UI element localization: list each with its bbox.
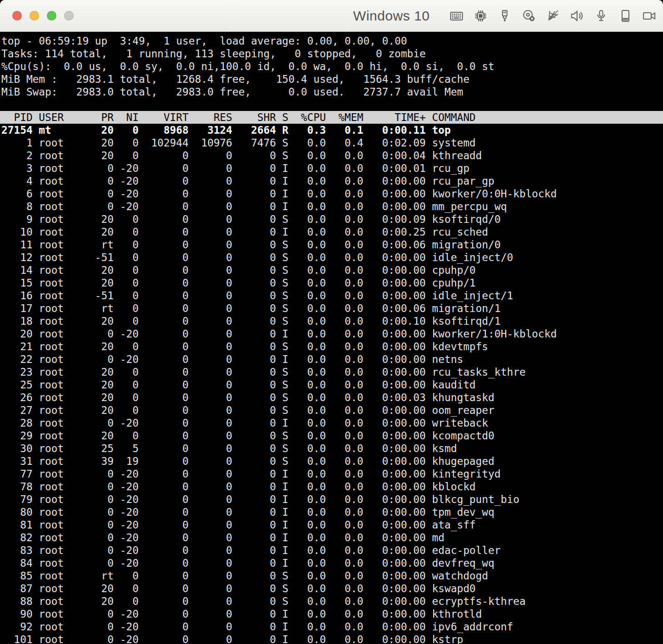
blank-line: [1, 98, 663, 111]
microphone-icon[interactable]: [594, 9, 608, 23]
process-row: 25 root 20 0 0 0 0 S 0.0 0.0 0:00.00 kau…: [1, 378, 663, 391]
process-row: 29 root 20 0 0 0 0 S 0.0 0.0 0:00.00 kco…: [1, 429, 663, 442]
window-title: Windows 10: [353, 8, 430, 24]
top-summary-line: MiB Swap: 2983.0 total, 2983.0 free, 0.0…: [1, 86, 663, 98]
volume-icon[interactable]: [570, 9, 584, 23]
process-row: 11 root rt 0 0 0 0 S 0.0 0.0 0:00.06 mig…: [1, 238, 663, 251]
minimize-button[interactable]: [30, 11, 39, 20]
top-summary-line: %Cpu(s): 0.0 us, 0.0 sy, 0.0 ni,100.0 id…: [1, 60, 663, 73]
process-row: 31 root 39 19 0 0 0 S 0.0 0.0 0:00.00 kh…: [1, 455, 663, 468]
top-summary-line: MiB Mem : 2983.1 total, 1268.4 free, 150…: [1, 73, 663, 86]
process-row: 82 root 0 -20 0 0 0 I 0.0 0.0 0:00.00 md: [1, 531, 663, 544]
process-row: 27154 mt 20 0 8968 3124 2664 R 0.3 0.1 0…: [1, 124, 663, 136]
window-titlebar[interactable]: Windows 10: [0, 0, 663, 32]
process-row: 22 root 0 -20 0 0 0 I 0.0 0.0 0:00.00 ne…: [1, 353, 663, 366]
process-row: 3 root 0 -20 0 0 0 I 0.0 0.0 0:00.01 rcu…: [1, 162, 663, 175]
process-row: 30 root 25 5 0 0 0 S 0.0 0.0 0:00.00 ksm…: [1, 442, 663, 455]
optical-disc-icon[interactable]: [522, 9, 536, 23]
process-row: 88 root 20 0 0 0 0 S 0.0 0.0 0:00.00 ecr…: [1, 595, 663, 608]
process-row: 87 root 20 0 0 0 0 S 0.0 0.0 0:00.00 ksw…: [1, 582, 663, 595]
process-row: 16 root -51 0 0 0 0 S 0.0 0.0 0:00.00 id…: [1, 289, 663, 302]
process-row: 4 root 0 -20 0 0 0 I 0.0 0.0 0:00.00 rcu…: [1, 175, 663, 187]
process-row: 26 root 20 0 0 0 0 S 0.0 0.0 0:00.03 khu…: [1, 391, 663, 404]
process-row: 85 root rt 0 0 0 0 S 0.0 0.0 0:00.00 wat…: [1, 569, 663, 582]
top-summary-line: Tasks: 114 total, 1 running, 113 sleepin…: [1, 47, 663, 60]
process-row: 81 root 0 -20 0 0 0 I 0.0 0.0 0:00.00 at…: [1, 518, 663, 531]
usb-icon[interactable]: [497, 9, 512, 23]
process-row: 17 root rt 0 0 0 0 S 0.0 0.0 0:00.06 mig…: [1, 302, 663, 315]
process-row: 8 root 0 -20 0 0 0 I 0.0 0.0 0:00.00 mm_…: [1, 200, 663, 213]
top-summary-line: top - 06:59:19 up 3:49, 1 user, load ave…: [1, 35, 663, 47]
window-options-button[interactable]: [64, 11, 74, 20]
network-icon[interactable]: [546, 9, 560, 23]
process-row: 14 root 20 0 0 0 0 S 0.0 0.0 0:00.00 cpu…: [1, 264, 663, 277]
process-row: 79 root 0 -20 0 0 0 I 0.0 0.0 0:00.00 bl…: [1, 493, 663, 506]
traffic-lights: [12, 11, 74, 20]
process-row: 101 root 0 -20 0 0 0 I 0.0 0.0 0:00.00 k…: [1, 633, 663, 644]
terminal-screen[interactable]: top - 06:59:19 up 3:49, 1 user, load ave…: [0, 32, 663, 644]
process-row: 2 root 20 0 0 0 0 S 0.0 0.0 0:00.04 kthr…: [1, 149, 663, 162]
process-row: 20 root 0 -20 0 0 0 I 0.0 0.0 0:00.00 kw…: [1, 327, 663, 340]
process-row: 23 root 20 0 0 0 0 S 0.0 0.0 0:00.00 rcu…: [1, 366, 663, 378]
process-table-header: PID USER PR NI VIRT RES SHR S %CPU %MEM …: [0, 111, 663, 124]
process-row: 92 root 0 -20 0 0 0 I 0.0 0.0 0:00.00 ip…: [1, 620, 663, 633]
process-row: 9 root 20 0 0 0 0 S 0.0 0.0 0:00.09 ksof…: [1, 213, 663, 226]
status-icons: [449, 9, 657, 23]
zoom-button[interactable]: [47, 11, 56, 20]
process-row: 6 root 0 -20 0 0 0 I 0.0 0.0 0:00.00 kwo…: [1, 187, 663, 200]
process-row: 28 root 0 -20 0 0 0 I 0.0 0.0 0:00.00 wr…: [1, 417, 663, 429]
process-row: 21 root 20 0 0 0 0 S 0.0 0.0 0:00.00 kde…: [1, 340, 663, 353]
process-row: 1 root 20 0 102944 10976 7476 S 0.0 0.4 …: [1, 136, 663, 149]
process-row: 83 root 0 -20 0 0 0 I 0.0 0.0 0:00.00 ed…: [1, 544, 663, 557]
process-row: 84 root 0 -20 0 0 0 I 0.0 0.0 0:00.00 de…: [1, 557, 663, 569]
process-row: 78 root 0 -20 0 0 0 I 0.0 0.0 0:00.00 kb…: [1, 480, 663, 493]
process-row: 77 root 0 -20 0 0 0 I 0.0 0.0 0:00.00 ki…: [1, 468, 663, 480]
keyboard-icon[interactable]: [449, 9, 464, 23]
cpu-icon[interactable]: [473, 9, 488, 23]
video-camera-icon[interactable]: [642, 9, 657, 23]
close-button[interactable]: [12, 11, 22, 20]
process-row: 18 root 20 0 0 0 0 S 0.0 0.0 0:00.10 kso…: [1, 315, 663, 327]
process-row: 15 root 20 0 0 0 0 S 0.0 0.0 0:00.00 cpu…: [1, 277, 663, 289]
titlebar-right: Windows 10: [353, 8, 657, 24]
process-row: 27 root 20 0 0 0 0 S 0.0 0.0 0:00.00 oom…: [1, 404, 663, 417]
process-row: 10 root 20 0 0 0 0 I 0.0 0.0 0:00.25 rcu…: [1, 226, 663, 238]
process-row: 80 root 0 -20 0 0 0 I 0.0 0.0 0:00.00 tp…: [1, 506, 663, 518]
process-row: 12 root -51 0 0 0 0 S 0.0 0.0 0:00.00 id…: [1, 251, 663, 264]
process-row: 90 root 0 -20 0 0 0 I 0.0 0.0 0:00.00 kt…: [1, 608, 663, 620]
external-drive-icon[interactable]: [618, 9, 633, 23]
vm-window: Windows 10 top - 06:59:19 up 3:49, 1 use…: [0, 0, 663, 644]
